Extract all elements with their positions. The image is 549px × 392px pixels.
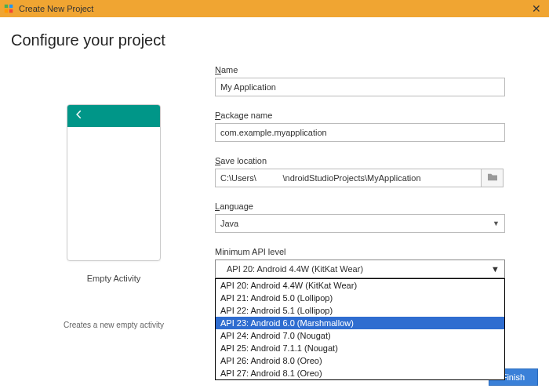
chevron-down-icon: ▼ (491, 264, 500, 274)
save-location-label: Save location (215, 156, 533, 165)
name-field: Name (215, 65, 533, 96)
language-field: Language Java ▼ (215, 201, 533, 233)
svg-rect-0 (5, 5, 8, 8)
api-option[interactable]: API 26: Android 8.0 (Oreo) (216, 354, 504, 367)
close-icon[interactable]: ✕ (527, 2, 546, 15)
preview-label: Empty Activity (87, 274, 140, 283)
svg-rect-1 (9, 5, 13, 8)
save-location-input[interactable] (215, 169, 482, 187)
api-option[interactable]: API 24: Android 7.0 (Nougat) (216, 329, 504, 342)
api-option[interactable]: API 21: Android 5.0 (Lollipop) (216, 292, 504, 304)
language-label: Language (215, 201, 533, 211)
window-title: Create New Project (19, 4, 527, 13)
preview-panel: Empty Activity Creates a new empty activ… (16, 65, 212, 329)
language-value: Java (220, 219, 238, 228)
name-label: Name (215, 65, 533, 74)
app-icon (3, 3, 14, 14)
api-level-select[interactable]: API 20: Android 4.4W (KitKat Wear) ▼ (215, 260, 505, 278)
package-input[interactable] (215, 123, 505, 142)
content: Empty Activity Creates a new empty activ… (0, 49, 549, 329)
save-location-field: Save location (215, 156, 533, 187)
package-label: Package name (215, 111, 533, 120)
browse-button[interactable] (482, 169, 504, 187)
api-option[interactable]: API 27: Android 8.1 (Oreo) (216, 367, 504, 379)
api-option[interactable]: API 25: Android 7.1.1 (Nougat) (216, 342, 504, 354)
api-level-value: API 20: Android 4.4W (KitKat Wear) (227, 264, 363, 274)
preview-description: Creates a new empty activity (64, 321, 164, 329)
folder-icon (487, 171, 498, 185)
form-panel: Name Package name Save location Language… (212, 65, 533, 329)
svg-rect-3 (9, 9, 13, 13)
phone-appbar (67, 105, 160, 127)
svg-rect-2 (5, 9, 8, 13)
api-level-field: Minimum API level API 20: Android 4.4W (… (215, 247, 533, 278)
page-title: Configure your project (0, 17, 549, 49)
chevron-down-icon: ▼ (493, 220, 500, 227)
back-arrow-icon (74, 109, 85, 123)
language-select[interactable]: Java ▼ (215, 214, 505, 233)
api-option[interactable]: API 22: Android 5.1 (Lollipop) (216, 304, 504, 317)
api-option[interactable]: API 20: Android 4.4W (KitKat Wear) (216, 279, 504, 292)
api-level-dropdown: API 20: Android 4.4W (KitKat Wear)API 21… (215, 278, 505, 380)
titlebar: Create New Project ✕ (0, 0, 549, 17)
api-level-label: Minimum API level (215, 247, 533, 256)
name-input[interactable] (215, 78, 505, 96)
package-field: Package name (215, 111, 533, 142)
phone-preview (67, 104, 161, 261)
api-option[interactable]: API 23: Android 6.0 (Marshmallow) (216, 317, 504, 329)
